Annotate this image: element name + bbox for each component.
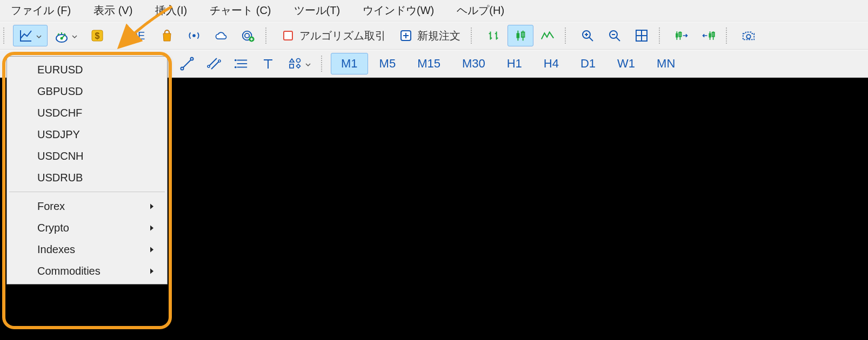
camera-icon <box>742 29 756 43</box>
menu-item-usdrub[interactable]: USDRUB <box>7 167 167 188</box>
menu-help[interactable]: ヘルプ(H) <box>457 3 504 18</box>
bar-chart-icon <box>486 29 500 43</box>
timeframe-label: M1 <box>337 57 362 71</box>
trendline-button[interactable] <box>174 53 200 74</box>
ide-label: IDE <box>125 30 147 42</box>
menu-item-usdcnh[interactable]: USDCNH <box>7 145 167 167</box>
shift-end-button[interactable] <box>696 25 722 46</box>
vps-button[interactable] <box>208 25 234 46</box>
zoom-in-icon <box>580 29 595 43</box>
svg-line-18 <box>616 37 620 41</box>
broadcast-icon <box>187 29 201 43</box>
svg-rect-9 <box>284 31 292 40</box>
radar-plus-icon <box>241 29 255 43</box>
text-button[interactable] <box>255 53 281 74</box>
tile-windows-button[interactable] <box>629 25 655 46</box>
svg-point-32 <box>181 67 184 70</box>
chevron-down-icon <box>36 30 42 42</box>
svg-text:$: $ <box>95 31 100 40</box>
menu-separator <box>9 192 165 192</box>
menu-group-forex[interactable]: Forex <box>7 195 167 217</box>
market-watch-button[interactable] <box>49 25 83 46</box>
chevron-right-icon <box>150 200 154 213</box>
svg-rect-27 <box>709 33 711 38</box>
svg-line-16 <box>589 37 593 41</box>
timeframe-mn[interactable]: MN <box>646 53 685 74</box>
signals-button[interactable] <box>181 25 207 46</box>
menu-insert[interactable]: 挿入(I) <box>155 3 187 18</box>
toolbar-grip <box>659 28 664 44</box>
algo-trading-button[interactable]: アルゴリズム取引 <box>275 25 392 46</box>
menu-item-usdjpy[interactable]: USDJPY <box>7 124 167 145</box>
timeframe-label: M5 <box>375 57 400 71</box>
menu-tools[interactable]: ツール(T) <box>294 3 340 18</box>
chevron-right-icon <box>150 243 154 256</box>
menu-window[interactable]: ウインドウ(W) <box>363 3 434 18</box>
dollar-icon: $ <box>90 29 104 43</box>
menu-group-commodities[interactable]: Commodities <box>7 260 167 282</box>
shift-right-button[interactable] <box>669 25 695 46</box>
screenshot-button[interactable] <box>736 25 762 46</box>
zoom-out-button[interactable] <box>602 25 627 46</box>
new-chart-symbol-menu: EURUSDGBPUSDUSDCHFUSDJPYUSDCNHUSDRUB For… <box>6 56 168 284</box>
timeframe-label: M15 <box>413 57 445 71</box>
svg-point-37 <box>218 60 221 62</box>
timeframe-m30[interactable]: M30 <box>452 53 496 74</box>
shopping-bag-icon <box>160 29 174 43</box>
zoom-out-icon <box>607 29 622 43</box>
timeframe-h1[interactable]: H1 <box>497 53 532 74</box>
timeframe-w1[interactable]: W1 <box>607 53 645 74</box>
menu-item-usdchf[interactable]: USDCHF <box>7 102 167 124</box>
channel-icon <box>207 57 221 71</box>
shapes-icon <box>288 57 302 71</box>
timeframe-m1[interactable]: M1 <box>331 53 368 74</box>
market-button[interactable] <box>154 25 180 46</box>
toolbar-main: $ IDE アルゴリズム取引 <box>0 22 868 50</box>
line-mode-icon <box>540 29 555 43</box>
timeframe-m5[interactable]: M5 <box>369 53 406 74</box>
zoom-in-button[interactable] <box>575 25 600 46</box>
text-icon <box>261 57 275 71</box>
channel-button[interactable] <box>201 53 227 74</box>
timeframe-label: W1 <box>613 57 639 71</box>
gauge-icon <box>55 29 69 43</box>
menu-item-eurusd[interactable]: EURUSD <box>7 59 167 80</box>
menu-view[interactable]: 表示 (V) <box>94 3 132 18</box>
svg-rect-23 <box>676 33 678 38</box>
toolbar-grip <box>471 28 476 44</box>
chevron-right-icon <box>150 222 154 234</box>
levels-icon <box>234 57 248 71</box>
new-order-button[interactable]: 新規注文 <box>393 25 466 46</box>
ide-button[interactable]: IDE <box>119 25 153 46</box>
chevron-down-icon <box>305 58 311 70</box>
chart-end-icon <box>702 29 716 43</box>
toolbar-grip <box>265 28 271 44</box>
shapes-button[interactable] <box>282 53 317 74</box>
toolbar-grip <box>726 28 731 44</box>
cloud-icon <box>214 29 228 43</box>
svg-point-5 <box>193 34 196 37</box>
chart-style-button[interactable] <box>13 25 48 46</box>
menu-file[interactable]: ファイル (F) <box>11 3 71 18</box>
menu-chart[interactable]: チャート (C) <box>210 3 271 18</box>
svg-point-36 <box>208 65 210 67</box>
timeframe-label: M30 <box>458 57 490 71</box>
menu-group-crypto[interactable]: Crypto <box>7 217 167 239</box>
mql-button[interactable] <box>235 25 261 46</box>
bar-chart-button[interactable] <box>480 25 506 46</box>
toolbar-grip <box>3 28 9 44</box>
grid-icon <box>635 29 649 43</box>
fibo-button[interactable] <box>228 53 254 74</box>
menu-item-gbpusd[interactable]: GBPUSD <box>7 80 167 102</box>
menu-bar: ファイル (F) 表示 (V) 挿入(I) チャート (C) ツール(T) ウイ… <box>0 0 868 22</box>
timeframe-h4[interactable]: H4 <box>533 53 569 74</box>
timeframe-m15[interactable]: M15 <box>407 53 451 74</box>
candlestick-icon <box>513 29 528 43</box>
algo-label: アルゴリズム取引 <box>299 29 386 43</box>
menu-group-indexes[interactable]: Indexes <box>7 239 167 260</box>
dollar-button[interactable]: $ <box>84 25 110 46</box>
timeframe-d1[interactable]: D1 <box>570 53 606 74</box>
candlestick-button[interactable] <box>508 25 533 46</box>
line-chart-mode-button[interactable] <box>535 25 560 46</box>
toolbar-grip <box>321 56 326 72</box>
